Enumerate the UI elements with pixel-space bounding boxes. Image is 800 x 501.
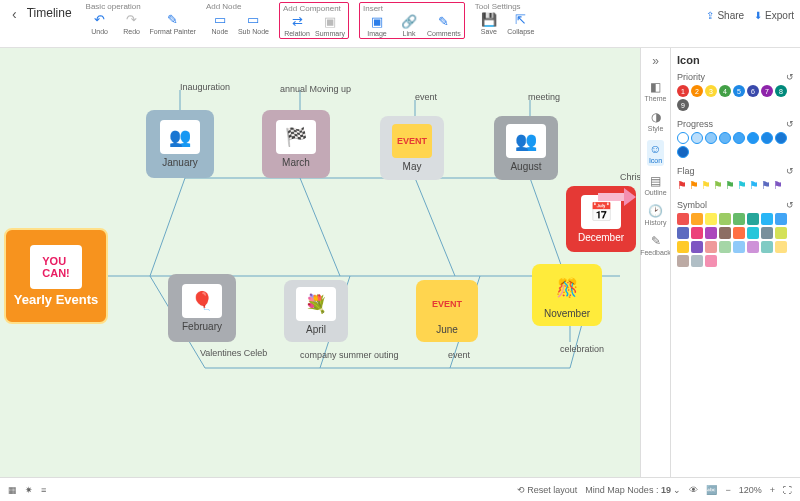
fullscreen-icon[interactable]: ⛶ — [783, 485, 792, 495]
flag-row-item[interactable]: ⚑ — [677, 179, 687, 192]
symbol-row-item[interactable] — [705, 255, 717, 267]
collapse-panel-button[interactable]: » — [652, 54, 659, 68]
symbol-row-item[interactable] — [691, 227, 703, 239]
flag-row-item[interactable]: ⚑ — [749, 179, 759, 192]
symbol-row-item[interactable] — [719, 213, 731, 225]
tab-theme[interactable]: ◧Theme — [645, 80, 667, 102]
symbol-row-item[interactable] — [705, 213, 717, 225]
node-april[interactable]: 💐April — [284, 280, 348, 342]
flag-row-item[interactable]: ⚑ — [701, 179, 711, 192]
collapse-button[interactable]: ⇱Collapse — [507, 12, 535, 35]
subnode-icon: ▭ — [247, 12, 259, 28]
export-button[interactable]: ⬇Export — [754, 10, 794, 21]
node-january[interactable]: 👥January — [146, 110, 214, 178]
priority-row-item[interactable]: 8 — [775, 85, 787, 97]
symbol-row-item[interactable] — [775, 227, 787, 239]
progress-row-item[interactable] — [761, 132, 773, 144]
view-star-icon[interactable]: ✷ — [25, 485, 33, 495]
relation-button[interactable]: ⇄Relation — [283, 14, 311, 37]
symbol-row-item[interactable] — [747, 241, 759, 253]
symbol-row-item[interactable] — [761, 241, 773, 253]
view-list-icon[interactable]: ≡ — [41, 485, 46, 495]
symbol-row-item[interactable] — [691, 255, 703, 267]
tab-outline[interactable]: ▤Outline — [644, 174, 666, 196]
tab-feedback[interactable]: ✎Feedback — [640, 234, 671, 256]
priority-row-item[interactable]: 7 — [761, 85, 773, 97]
share-button[interactable]: ⇪Share — [706, 10, 744, 21]
symbol-row-item[interactable] — [733, 227, 745, 239]
save-button[interactable]: 💾Save — [475, 12, 503, 35]
progress-row-item[interactable] — [691, 132, 703, 144]
symbol-row-item[interactable] — [677, 255, 689, 267]
undo-button[interactable]: ↶Undo — [86, 12, 114, 35]
symbol-row-item[interactable] — [775, 241, 787, 253]
flag-row-item[interactable]: ⚑ — [725, 179, 735, 192]
tab-style[interactable]: ◑Style — [648, 110, 664, 132]
priority-row-item[interactable]: 9 — [677, 99, 689, 111]
flag-row-item[interactable]: ⚑ — [761, 179, 771, 192]
reset-layout-button[interactable]: ⟲ Reset layout — [517, 485, 578, 495]
view-grid-icon[interactable]: ▦ — [8, 485, 17, 495]
link-button[interactable]: 🔗Link — [395, 14, 423, 37]
reset-icon[interactable]: ↺ — [786, 72, 794, 82]
reset-icon[interactable]: ↺ — [786, 166, 794, 176]
priority-row-item[interactable]: 5 — [733, 85, 745, 97]
back-button[interactable]: ‹ — [6, 2, 23, 26]
node-june[interactable]: EVENTJune — [416, 280, 478, 342]
progress-row-item[interactable] — [677, 132, 689, 144]
progress-row-item[interactable] — [719, 132, 731, 144]
priority-row-item[interactable]: 2 — [691, 85, 703, 97]
node-march[interactable]: 🏁March — [262, 110, 330, 178]
format-painter-button[interactable]: ✎Format Painter — [150, 12, 196, 35]
tool-a-icon[interactable]: 🔤 — [706, 485, 717, 495]
mindmap-canvas[interactable]: YOUCAN! Yearly Events Inauguration 👥Janu… — [0, 48, 640, 477]
zoom-in-button[interactable]: + — [770, 485, 775, 495]
node-august[interactable]: 👥August — [494, 116, 558, 180]
tab-history[interactable]: 🕑History — [645, 204, 667, 226]
symbol-row-item[interactable] — [719, 241, 731, 253]
symbol-row-item[interactable] — [733, 213, 745, 225]
redo-button[interactable]: ↷Redo — [118, 12, 146, 35]
priority-row-item[interactable]: 4 — [719, 85, 731, 97]
comments-button[interactable]: ✎Comments — [427, 14, 461, 37]
symbol-row-item[interactable] — [747, 213, 759, 225]
flag-row-item[interactable]: ⚑ — [713, 179, 723, 192]
node-may[interactable]: EVENTMay — [380, 116, 444, 180]
symbol-row-item[interactable] — [747, 227, 759, 239]
subnode-button[interactable]: ▭Sub Node — [238, 12, 269, 35]
reset-icon[interactable]: ↺ — [786, 119, 794, 129]
symbol-row-item[interactable] — [677, 227, 689, 239]
flag-row-item[interactable]: ⚑ — [737, 179, 747, 192]
tool-eye-icon[interactable]: 👁 — [689, 485, 698, 495]
summary-button[interactable]: ▣Summary — [315, 14, 345, 37]
node-february[interactable]: 🎈February — [168, 274, 236, 342]
image-button[interactable]: ▣Image — [363, 14, 391, 37]
symbol-row-item[interactable] — [761, 213, 773, 225]
symbol-row-item[interactable] — [775, 213, 787, 225]
zoom-out-button[interactable]: − — [725, 485, 730, 495]
progress-row-item[interactable] — [775, 132, 787, 144]
priority-row-item[interactable]: 6 — [747, 85, 759, 97]
flag-row-item[interactable]: ⚑ — [689, 179, 699, 192]
root-node[interactable]: YOUCAN! Yearly Events — [4, 228, 108, 324]
symbol-row-item[interactable] — [719, 227, 731, 239]
node-november[interactable]: 🎊November — [532, 264, 602, 326]
progress-row-item[interactable] — [747, 132, 759, 144]
tab-icon[interactable]: ☺Icon — [647, 140, 664, 166]
priority-row-item[interactable]: 3 — [705, 85, 717, 97]
node-button[interactable]: ▭Node — [206, 12, 234, 35]
flag-row-item[interactable]: ⚑ — [773, 179, 783, 192]
symbol-row-item[interactable] — [677, 241, 689, 253]
symbol-row-item[interactable] — [677, 213, 689, 225]
symbol-row-item[interactable] — [761, 227, 773, 239]
symbol-row-item[interactable] — [705, 227, 717, 239]
symbol-row-item[interactable] — [705, 241, 717, 253]
symbol-row-item[interactable] — [733, 241, 745, 253]
progress-row-item[interactable] — [733, 132, 745, 144]
symbol-row-item[interactable] — [691, 241, 703, 253]
progress-row-item[interactable] — [677, 146, 689, 158]
reset-icon[interactable]: ↺ — [786, 200, 794, 210]
symbol-row-item[interactable] — [691, 213, 703, 225]
priority-row-item[interactable]: 1 — [677, 85, 689, 97]
progress-row-item[interactable] — [705, 132, 717, 144]
